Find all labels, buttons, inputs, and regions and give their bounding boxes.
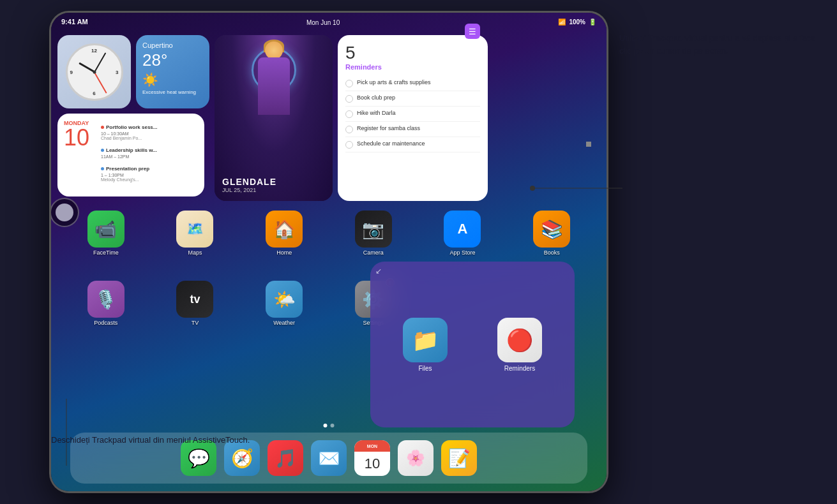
- clock-num-6: 6: [93, 91, 95, 96]
- clock-widget[interactable]: 12 3 6 9: [57, 35, 131, 108]
- reminders-folder-icon[interactable]: 🔴: [497, 318, 542, 362]
- photo-city: GLENDALE: [222, 177, 276, 187]
- notes-dock-icon[interactable]: 📝: [441, 440, 477, 476]
- books-icon[interactable]: 📚: [533, 211, 570, 248]
- photo-widget[interactable]: GLENDALE JUL 25, 2021: [215, 35, 333, 201]
- weather-widget[interactable]: Cupertino 28° ☀️ Excessive heat warning: [136, 35, 209, 108]
- app-tv[interactable]: tv TV: [153, 281, 238, 326]
- tv-icon[interactable]: tv: [176, 281, 213, 318]
- calendar-events: Portfolio work sess... 10 – 10:30AM Chad…: [101, 120, 198, 190]
- calendar-dock-date: 10: [365, 452, 380, 476]
- dock-calendar[interactable]: MON 10: [354, 440, 390, 476]
- appstore-icon[interactable]: A: [444, 211, 481, 248]
- event-dot-1: [101, 126, 104, 129]
- app-maps[interactable]: 🗺️ Maps: [153, 211, 238, 256]
- calendar-dock-icon[interactable]: MON 10: [354, 440, 390, 476]
- right-annotation-text: Utilizați Trackpad virtual pentru a vă d…: [619, 32, 817, 57]
- calendar-dock-header: MON: [354, 440, 390, 452]
- wifi-icon: 📶: [558, 19, 566, 26]
- dock-photos[interactable]: 🌸: [398, 440, 434, 476]
- folder-item-files[interactable]: 📁 Files: [403, 318, 448, 372]
- books-label: Books: [544, 249, 560, 256]
- camera-icon[interactable]: 📷: [355, 211, 392, 248]
- calendar-widget[interactable]: MONDAY 10 Portfolio work sess... 10 – 10…: [57, 114, 204, 196]
- clock-second-hand: [94, 71, 107, 93]
- dock-mail[interactable]: ✉️: [311, 440, 347, 476]
- reminders-widget[interactable]: 5 Reminders ☰ Pick up arts & crafts supp…: [338, 35, 488, 201]
- app-weather[interactable]: 🌤️ Weather: [242, 281, 326, 326]
- photo-date: JUL 25, 2021: [222, 187, 276, 193]
- app-home[interactable]: 🏠 Home: [242, 211, 326, 256]
- widgets-area: 12 3 6 9 Cupertino 28° ☀️ Excessive heat…: [57, 35, 600, 201]
- camera-label: Camera: [363, 249, 384, 256]
- photo-text: GLENDALE JUL 25, 2021: [222, 177, 276, 193]
- calendar-event-2: Leadership skills w... 11AM – 12PM: [101, 143, 198, 159]
- app-books[interactable]: 📚 Books: [509, 211, 594, 256]
- folder-item-reminders[interactable]: 🔴 Reminders: [497, 318, 542, 372]
- home-label: Home: [276, 249, 292, 256]
- music-dock-icon[interactable]: 🎵: [268, 440, 303, 476]
- reminder-checkbox-4: [345, 126, 353, 133]
- reminders-folder-glyph: 🔴: [506, 327, 533, 353]
- reminder-checkbox-5: [345, 141, 353, 149]
- reminder-checkbox-1: [345, 80, 353, 87]
- page-dots: [324, 424, 335, 427]
- camera-glyph: 📷: [362, 219, 384, 240]
- reminder-item-4: Register for samba class: [345, 122, 480, 137]
- reminder-item-1: Pick up arts & crafts supplies: [345, 76, 480, 91]
- reminder-checkbox-3: [345, 110, 353, 118]
- calendar-dock-day: 10: [365, 456, 380, 472]
- files-folder-label: Files: [418, 365, 432, 372]
- folder-resize-handle: ↙: [375, 267, 382, 276]
- mail-glyph: ✉️: [318, 448, 340, 469]
- maps-icon[interactable]: 🗺️: [176, 211, 213, 248]
- battery-indicator: 100%: [569, 19, 585, 26]
- reminders-callout-dot: [586, 142, 591, 147]
- weather-app-icon[interactable]: 🌤️: [266, 281, 303, 318]
- facetime-icon[interactable]: 📹: [87, 211, 124, 248]
- files-folder-icon[interactable]: 📁: [403, 318, 448, 362]
- weather-description: Excessive heat warning: [142, 89, 203, 96]
- assistive-touch-inner: [56, 204, 73, 221]
- dock-notes[interactable]: 📝: [441, 440, 477, 476]
- weather-temperature: 28°: [142, 50, 203, 70]
- podcasts-label: Podcasts: [94, 320, 117, 326]
- podcasts-icon[interactable]: 🎙️: [87, 281, 124, 318]
- status-time: 9:41 AM: [61, 18, 88, 26]
- clock-num-12: 12: [91, 48, 97, 54]
- music-glyph: 🎵: [275, 448, 297, 469]
- app-camera[interactable]: 📷 Camera: [331, 211, 416, 256]
- facetime-glyph: 📹: [94, 219, 117, 240]
- weather-app-label: Weather: [273, 320, 295, 326]
- home-icon[interactable]: 🏠: [266, 211, 303, 248]
- clock-num-3: 3: [116, 69, 118, 75]
- home-glyph: 🏠: [273, 219, 296, 240]
- photos-glyph: 🌸: [406, 449, 425, 467]
- assistive-touch-button[interactable]: [51, 198, 79, 227]
- photos-dock-icon[interactable]: 🌸: [398, 440, 434, 476]
- facetime-label: FaceTime: [93, 249, 119, 256]
- tv-glyph: tv: [190, 293, 200, 306]
- app-appstore[interactable]: A App Store: [421, 211, 505, 256]
- dock-music[interactable]: 🎵: [268, 440, 303, 476]
- status-date: Mon Jun 10: [306, 19, 340, 26]
- weather-icon: ☀️: [142, 72, 203, 87]
- clock-center: [93, 70, 96, 73]
- battery-icon: 🔋: [589, 19, 596, 26]
- reminder-checkbox-2: [345, 95, 353, 103]
- calendar-day-number: 10: [64, 126, 96, 149]
- bottom-annotation: Deschideți Trackpad virtual din meniul A…: [51, 434, 250, 447]
- books-glyph: 📚: [541, 219, 563, 240]
- podcasts-glyph: 🎙️: [94, 289, 117, 310]
- apps-grid-row1: 📹 FaceTime 🗺️ Maps 🏠 Home 📷 C: [57, 211, 600, 256]
- photo-background: [215, 35, 333, 201]
- folder-overlay[interactable]: ↙ 📁 Files 🔴 Reminders: [370, 262, 575, 427]
- left-column: 12 3 6 9 Cupertino 28° ☀️ Excessive heat…: [57, 35, 209, 201]
- app-podcasts[interactable]: 🎙️ Podcasts: [64, 281, 148, 326]
- reminders-count: 5: [345, 43, 382, 63]
- mail-dock-icon[interactable]: ✉️: [311, 440, 347, 476]
- weather-app-glyph: 🌤️: [273, 289, 296, 310]
- weather-city: Cupertino: [142, 41, 203, 49]
- calendar-event-1: Portfolio work sess... 10 – 10:30AM Chad…: [101, 120, 198, 140]
- maps-glyph: 🗺️: [186, 221, 204, 237]
